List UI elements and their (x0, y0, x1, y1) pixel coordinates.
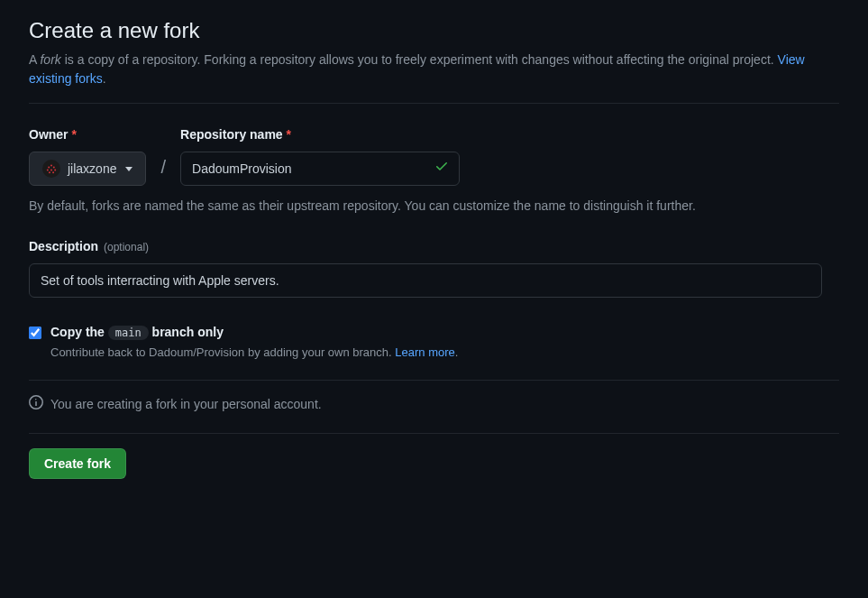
svg-point-2 (53, 167, 55, 169)
copy-branch-sub-period: . (455, 345, 459, 359)
svg-point-3 (47, 169, 49, 170)
svg-point-6 (49, 171, 50, 173)
copy-branch-sub-prefix: Contribute back to Dadoum/Provision by a… (50, 345, 395, 359)
svg-point-0 (50, 165, 52, 167)
info-row: You are creating a fork in your personal… (29, 395, 839, 415)
description-label: Description (29, 237, 98, 256)
required-asterisk: * (287, 127, 291, 142)
owner-value: jilaxzone (68, 161, 116, 176)
section-divider (29, 103, 839, 104)
repo-name-label: Repository name * (180, 125, 460, 144)
svg-point-1 (48, 167, 50, 169)
svg-point-5 (54, 169, 56, 170)
subtitle-italic: fork (40, 52, 60, 67)
branch-pill: main (108, 326, 149, 340)
owner-group: Owner * jilaxzone (29, 125, 146, 186)
page-subtitle: A fork is a copy of a repository. Forkin… (29, 51, 839, 88)
copy-branch-sub: Contribute back to Dadoum/Provision by a… (50, 344, 839, 362)
copy-branch-row: Copy the main branch only Contribute bac… (29, 323, 839, 362)
learn-more-link[interactable]: Learn more (395, 345, 454, 359)
bottom-divider (29, 433, 839, 434)
mid-divider (29, 380, 839, 381)
info-text: You are creating a fork in your personal… (50, 395, 322, 414)
owner-select-button[interactable]: jilaxzone (29, 152, 146, 186)
copy-branch-content: Copy the main branch only Contribute bac… (50, 323, 839, 362)
repo-name-help: By default, forks are named the same as … (29, 197, 822, 216)
description-input[interactable] (29, 263, 822, 298)
owner-repo-row: Owner * jilaxzone / Repos (29, 125, 839, 186)
create-fork-button[interactable]: Create fork (29, 448, 126, 479)
svg-point-4 (50, 169, 52, 170)
subtitle-prefix: A (29, 52, 40, 67)
avatar (42, 160, 60, 178)
repo-name-input-wrap (180, 152, 460, 186)
subtitle-period: . (103, 71, 106, 86)
repo-name-input[interactable] (180, 152, 460, 186)
page-title: Create a new fork (29, 14, 839, 47)
copy-branch-suffix: branch only (149, 325, 224, 339)
repo-name-label-text: Repository name (180, 127, 283, 142)
owner-label: Owner * (29, 125, 146, 144)
subtitle-rest: is a copy of a repository. Forking a rep… (61, 52, 778, 67)
copy-branch-label: Copy the main branch only (50, 323, 839, 342)
copy-branch-checkbox[interactable] (29, 327, 41, 339)
optional-text: (optional) (104, 239, 149, 255)
slash-separator: / (157, 153, 169, 186)
repo-name-group: Repository name * (180, 125, 460, 186)
copy-branch-prefix: Copy the (50, 325, 108, 339)
info-icon (29, 395, 43, 415)
svg-point-7 (52, 171, 54, 173)
description-label-row: Description (optional) (29, 237, 839, 256)
required-asterisk: * (71, 127, 76, 142)
chevron-down-icon (125, 167, 132, 171)
owner-label-text: Owner (29, 127, 69, 142)
